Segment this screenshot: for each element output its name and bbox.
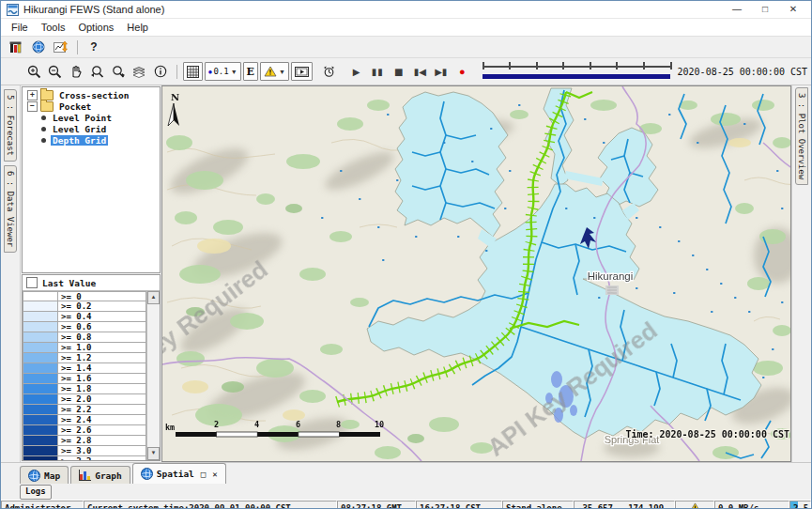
time-navigator-slider[interactable] (483, 60, 670, 83)
svg-text:8: 8 (336, 420, 341, 429)
legend-row[interactable]: >= 1.6 (23, 374, 146, 384)
last-value-checkbox[interactable] (26, 277, 38, 288)
legend-row[interactable]: >= 1.4 (23, 363, 146, 374)
database-icon[interactable] (6, 38, 26, 56)
timeline-tick (616, 62, 618, 69)
legend-class-label: >= 2.2 (58, 405, 146, 415)
tab-close-icon[interactable]: ✕ (212, 470, 217, 479)
legend-row[interactable]: >= 2.0 (23, 394, 146, 405)
legend-color-swatch (23, 394, 58, 405)
left-tab-strip: 5 : Forecast6 : Data Viewer (1, 85, 21, 462)
spatial-display-globe-icon[interactable] (28, 38, 49, 56)
minimize-button[interactable]: — (723, 1, 751, 18)
pause-button[interactable]: ▮▮ (368, 62, 388, 81)
legend-row[interactable]: >= 3.2 (23, 456, 146, 460)
bullet-icon (41, 116, 46, 120)
maximize-button[interactable]: □ (751, 1, 779, 18)
menu-file[interactable]: File (5, 19, 35, 36)
warnings-dropdown[interactable]: ▼ (260, 62, 289, 81)
window-title: Hikurangi FEWS (Stand alone) (23, 4, 723, 15)
legend-row[interactable]: >= 0.8 (23, 332, 146, 343)
tree-item-pocket[interactable]: −Pocket (23, 100, 160, 112)
legend-color-swatch (23, 456, 58, 460)
contour-interval-dropdown[interactable]: ● 0.1 ▼ (205, 62, 241, 81)
legend-row[interactable]: >= 2.2 (23, 405, 146, 415)
legend-row[interactable]: >= 1.2 (23, 353, 146, 363)
record-button[interactable]: ● (452, 62, 472, 81)
bottom-tab-label: Graph (95, 470, 122, 481)
info-icon[interactable] (151, 62, 171, 81)
play-button[interactable]: ▶ (346, 62, 366, 81)
legend-color-swatch (23, 332, 58, 343)
legend-class-list: >= 0>= 0.2>= 0.4>= 0.6>= 0.8>= 1.0>= 1.2… (23, 291, 146, 460)
legend-row[interactable]: >= 0 (23, 291, 146, 301)
legend-color-swatch (23, 312, 58, 322)
help-button[interactable]: ? (84, 38, 104, 56)
warning-triangle-icon (264, 66, 277, 77)
menu-options[interactable]: Options (71, 19, 120, 36)
tree-expander-icon[interactable]: − (27, 101, 38, 112)
tab-maximize-icon[interactable]: □ (201, 470, 206, 479)
globe-icon (141, 468, 153, 480)
right-tab-strip: 3 : Plot Overview (791, 85, 811, 462)
legend-class-label: >= 2.8 (58, 436, 146, 446)
step-last-button[interactable]: ▶▮ (432, 62, 452, 81)
legend-class-label: >= 1.0 (58, 343, 146, 353)
svg-text:6: 6 (296, 420, 300, 429)
bullet-icon (41, 138, 46, 143)
status-warning (675, 501, 714, 509)
tab-map[interactable]: Map (20, 466, 69, 484)
legend-row[interactable]: >= 0.2 (23, 301, 146, 312)
zoom-next-icon[interactable] (109, 62, 129, 81)
status-user: Administrator (1, 501, 84, 509)
bottom-tab-bar: MapGraphSpatial□✕ (1, 462, 811, 484)
tab-6-data-viewer[interactable]: 6 : Data Viewer (4, 165, 17, 253)
town-area (605, 285, 619, 295)
tab-graph[interactable]: Graph (70, 466, 130, 484)
legend-row[interactable]: >= 2.8 (23, 436, 146, 446)
stop-button[interactable]: ■ (389, 62, 408, 81)
legend-row[interactable]: >= 3.0 (23, 446, 146, 456)
legend-scrollbar[interactable]: ▲ ▼ (146, 291, 160, 460)
legend-row[interactable]: >= 0.6 (23, 322, 146, 332)
tree-item-depth-grid[interactable]: Depth Grid (23, 134, 160, 146)
tree-item-level-grid[interactable]: Level Grid (23, 123, 160, 134)
tree-expander-icon[interactable]: + (27, 90, 38, 100)
layers-icon[interactable] (130, 62, 150, 81)
animation-settings-icon[interactable] (319, 62, 339, 81)
logs-button[interactable]: Logs (20, 485, 52, 500)
labels-toggle-button[interactable]: E (243, 62, 258, 81)
close-button[interactable]: ✕ (779, 1, 807, 18)
movie-export-button[interactable] (291, 62, 313, 81)
status-speed: 0.0 MB/s (714, 501, 789, 509)
zoom-out-icon[interactable] (46, 62, 66, 81)
tab-spatial[interactable]: Spatial□✕ (132, 463, 226, 484)
legend-class-label: >= 2.6 (58, 425, 146, 436)
application-window: Hikurangi FEWS (Stand alone) — □ ✕ FileT… (0, 0, 812, 509)
map-canvas[interactable]: API Key Required API Key Required Hikura… (162, 86, 791, 461)
timeseries-dialog-icon[interactable] (51, 38, 71, 56)
zoom-previous-icon[interactable] (88, 62, 108, 81)
status-coordinates: -35.657 , 174.199 (574, 501, 675, 509)
zoom-in-icon[interactable] (24, 62, 44, 81)
menu-tools[interactable]: Tools (35, 19, 72, 36)
legend-class-label: >= 0.6 (58, 322, 146, 332)
timeline-span-bar[interactable] (483, 74, 670, 79)
tree-item-level-point[interactable]: Level Point (23, 112, 160, 123)
tab-5-forecast[interactable]: 5 : Forecast (4, 89, 17, 162)
timeline-tick (590, 62, 591, 69)
legend-row[interactable]: >= 2.6 (23, 425, 146, 436)
step-first-button[interactable]: ▮◀ (410, 62, 430, 81)
tab-3-plot-overview[interactable]: 3 : Plot Overview (795, 87, 808, 185)
legend-row[interactable]: >= 0.4 (23, 312, 146, 322)
svg-text:N: N (171, 92, 179, 102)
scroll-down-icon[interactable]: ▼ (147, 447, 160, 460)
scroll-up-icon[interactable]: ▲ (147, 291, 160, 304)
legend-row[interactable]: >= 1.0 (23, 343, 146, 353)
legend-row[interactable]: >= 1.8 (23, 384, 146, 394)
menu-help[interactable]: Help (120, 19, 155, 36)
grid-display-button[interactable] (183, 62, 203, 81)
spatial-map-view[interactable]: API Key Required API Key Required Hikura… (161, 85, 791, 462)
legend-row[interactable]: >= 2.4 (23, 415, 146, 425)
pan-hand-icon[interactable] (67, 62, 86, 81)
